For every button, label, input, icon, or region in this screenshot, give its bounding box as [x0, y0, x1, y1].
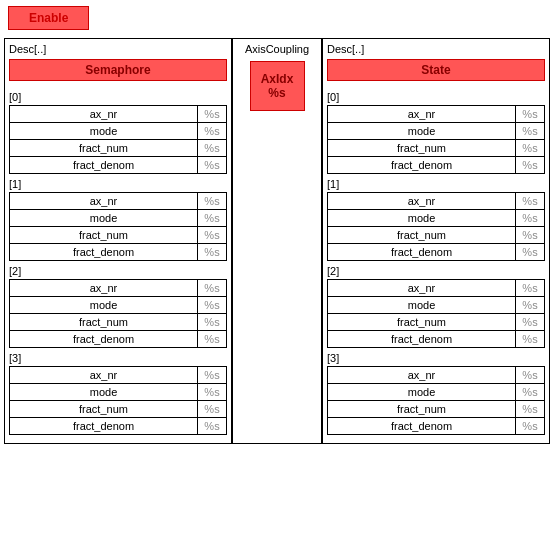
semaphore-button[interactable]: Semaphore — [9, 59, 227, 81]
field-value: %s — [516, 314, 544, 330]
index-label-0: [0] — [9, 91, 227, 103]
field-name: fract_num — [10, 140, 198, 156]
field-name: fract_denom — [10, 157, 198, 173]
field-group-3: ax_nr%smode%sfract_num%sfract_denom%s — [9, 366, 227, 435]
axis-coupling-title: AxisCoupling — [245, 43, 309, 55]
field-value: %s — [516, 227, 544, 243]
field-name: ax_nr — [10, 193, 198, 209]
table-row: fract_denom%s — [10, 331, 226, 347]
field-value: %s — [198, 227, 226, 243]
field-value: %s — [516, 244, 544, 260]
field-name: fract_denom — [10, 418, 198, 434]
state-button[interactable]: State — [327, 59, 545, 81]
field-name: mode — [328, 123, 516, 139]
group-section-2: [2]ax_nr%smode%sfract_num%sfract_denom%s — [327, 265, 545, 348]
field-value: %s — [516, 280, 544, 296]
field-group-2: ax_nr%smode%sfract_num%sfract_denom%s — [9, 279, 227, 348]
axidx-block[interactable]: AxIdx%s — [250, 61, 305, 111]
table-row: ax_nr%s — [10, 280, 226, 297]
field-value: %s — [198, 280, 226, 296]
index-label-1: [1] — [9, 178, 227, 190]
field-name: fract_denom — [328, 157, 516, 173]
field-name: mode — [10, 123, 198, 139]
table-row: fract_denom%s — [10, 157, 226, 173]
table-row: ax_nr%s — [10, 193, 226, 210]
table-row: fract_denom%s — [328, 331, 544, 347]
table-row: fract_denom%s — [10, 418, 226, 434]
index-label-3: [3] — [327, 352, 545, 364]
table-row: fract_num%s — [328, 227, 544, 244]
table-row: mode%s — [10, 210, 226, 227]
field-name: fract_denom — [10, 244, 198, 260]
field-name: fract_num — [328, 314, 516, 330]
group-section-2: [2]ax_nr%smode%sfract_num%sfract_denom%s — [9, 265, 227, 348]
table-row: mode%s — [328, 123, 544, 140]
field-name: ax_nr — [10, 106, 198, 122]
table-row: mode%s — [10, 123, 226, 140]
field-name: ax_nr — [328, 280, 516, 296]
group-section-1: [1]ax_nr%smode%sfract_num%sfract_denom%s — [327, 178, 545, 261]
field-value: %s — [198, 123, 226, 139]
group-section-3: [3]ax_nr%smode%sfract_num%sfract_denom%s — [9, 352, 227, 435]
field-value: %s — [198, 418, 226, 434]
field-name: mode — [10, 297, 198, 313]
field-group-3: ax_nr%smode%sfract_num%sfract_denom%s — [327, 366, 545, 435]
field-value: %s — [198, 157, 226, 173]
table-row: mode%s — [328, 384, 544, 401]
top-bar: Enable — [0, 0, 554, 36]
field-value: %s — [516, 331, 544, 347]
table-row: fract_num%s — [328, 140, 544, 157]
field-name: fract_num — [328, 140, 516, 156]
field-name: ax_nr — [10, 367, 198, 383]
table-row: fract_num%s — [328, 314, 544, 331]
index-label-2: [2] — [327, 265, 545, 277]
left-panel: Desc[..] Semaphore [0]ax_nr%smode%sfract… — [4, 38, 232, 444]
enable-button[interactable]: Enable — [8, 6, 89, 30]
field-value: %s — [516, 297, 544, 313]
table-row: mode%s — [328, 210, 544, 227]
main-area: Desc[..] Semaphore [0]ax_nr%smode%sfract… — [0, 36, 554, 446]
table-row: fract_num%s — [10, 314, 226, 331]
field-value: %s — [516, 193, 544, 209]
field-group-0: ax_nr%smode%sfract_num%sfract_denom%s — [9, 105, 227, 174]
field-group-2: ax_nr%smode%sfract_num%sfract_denom%s — [327, 279, 545, 348]
table-row: ax_nr%s — [328, 280, 544, 297]
table-row: ax_nr%s — [328, 193, 544, 210]
field-value: %s — [516, 123, 544, 139]
field-name: fract_denom — [328, 244, 516, 260]
field-name: mode — [10, 210, 198, 226]
field-name: fract_num — [10, 227, 198, 243]
table-row: ax_nr%s — [328, 106, 544, 123]
field-value: %s — [198, 384, 226, 400]
field-name: fract_num — [10, 401, 198, 417]
field-value: %s — [198, 106, 226, 122]
field-group-1: ax_nr%smode%sfract_num%sfract_denom%s — [327, 192, 545, 261]
field-value: %s — [198, 314, 226, 330]
table-row: fract_num%s — [10, 401, 226, 418]
field-value: %s — [198, 331, 226, 347]
field-name: ax_nr — [328, 106, 516, 122]
left-panel-title: Desc[..] — [9, 43, 227, 55]
field-name: mode — [328, 210, 516, 226]
table-row: ax_nr%s — [10, 106, 226, 123]
right-panel: Desc[..] State [0]ax_nr%smode%sfract_num… — [322, 38, 550, 444]
field-value: %s — [516, 106, 544, 122]
field-name: fract_denom — [328, 331, 516, 347]
field-name: fract_denom — [10, 331, 198, 347]
field-name: ax_nr — [328, 367, 516, 383]
table-row: fract_denom%s — [328, 418, 544, 434]
table-row: mode%s — [328, 297, 544, 314]
field-name: ax_nr — [10, 280, 198, 296]
field-value: %s — [516, 157, 544, 173]
middle-panel: AxisCoupling AxIdx%s — [232, 38, 322, 444]
field-group-1: ax_nr%smode%sfract_num%sfract_denom%s — [9, 192, 227, 261]
group-section-3: [3]ax_nr%smode%sfract_num%sfract_denom%s — [327, 352, 545, 435]
field-value: %s — [198, 367, 226, 383]
field-value: %s — [198, 140, 226, 156]
field-value: %s — [198, 297, 226, 313]
table-row: fract_denom%s — [328, 244, 544, 260]
index-label-0: [0] — [327, 91, 545, 103]
group-section-1: [1]ax_nr%smode%sfract_num%sfract_denom%s — [9, 178, 227, 261]
field-group-0: ax_nr%smode%sfract_num%sfract_denom%s — [327, 105, 545, 174]
field-value: %s — [516, 367, 544, 383]
